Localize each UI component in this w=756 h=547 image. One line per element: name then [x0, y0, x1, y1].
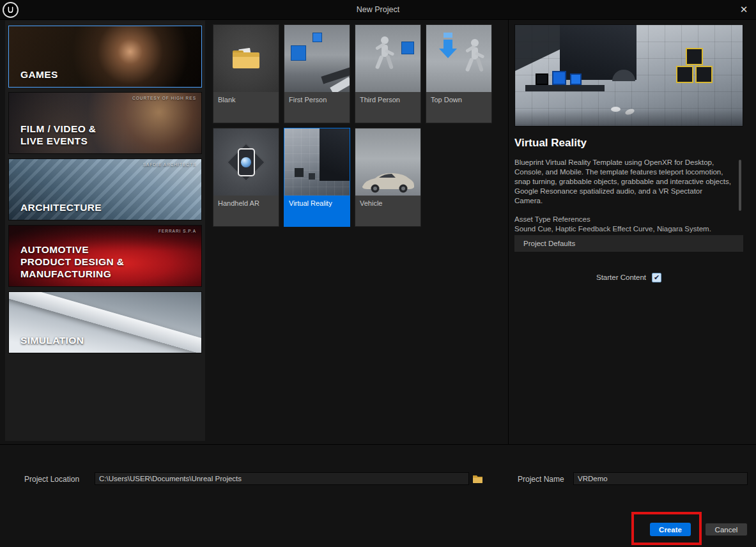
cube-shape	[536, 73, 548, 85]
template-preview-image	[514, 24, 743, 127]
yellow-edge-cube-shape	[695, 66, 713, 83]
template-label: Top Down	[426, 92, 491, 123]
blue-cube-shape	[552, 71, 566, 85]
template-grid: Blank First Person Third Person	[213, 24, 492, 227]
project-name-label: Project Name	[518, 475, 564, 484]
mannequin-figure	[372, 35, 397, 81]
template-description: Blueprint Virtual Reality Template using…	[514, 158, 732, 206]
project-defaults-header: Project Defaults	[514, 235, 743, 252]
check-icon: ✔	[654, 274, 660, 281]
detail-panel: Virtual Reality Blueprint Virtual Realit…	[509, 20, 756, 547]
blue-cube-shape	[312, 33, 322, 42]
cube-shape	[309, 173, 315, 180]
phone-icon	[238, 148, 255, 176]
template-card-first-person[interactable]: First Person	[284, 24, 350, 123]
scrollbar-thumb[interactable]	[739, 160, 741, 211]
template-card-third-person[interactable]: Third Person	[355, 24, 421, 123]
category-label: ARCHITECTURE	[20, 202, 102, 214]
category-label: FILM / VIDEO & LIVE EVENTS	[20, 123, 96, 148]
project-location-input[interactable]	[95, 472, 469, 485]
handheld-ar-thumbnail	[213, 128, 279, 196]
yellow-edge-cube-shape	[676, 66, 693, 83]
template-card-vehicle[interactable]: Vehicle	[355, 128, 421, 227]
template-label: Handheld AR	[213, 196, 279, 226]
floor-shadow-shape	[515, 109, 743, 126]
folder-icon	[231, 46, 261, 72]
yellow-edge-cube-shape	[686, 48, 703, 65]
create-button[interactable]: Create	[650, 523, 691, 536]
starter-content-label: Starter Content	[596, 274, 646, 281]
top-down-thumbnail	[426, 25, 491, 92]
cancel-button[interactable]: Cancel	[705, 523, 748, 536]
category-games[interactable]: GAMES	[8, 26, 202, 88]
blue-cube-shape	[570, 73, 582, 85]
asset-type-references-label: Asset Type References	[514, 215, 590, 223]
template-label: First Person	[284, 92, 350, 123]
category-film-video[interactable]: COURTESY OF HIGH RES FILM / VIDEO & LIVE…	[8, 92, 202, 154]
template-card-blank[interactable]: Blank	[213, 24, 279, 123]
blank-thumbnail	[213, 25, 279, 92]
category-panel: GAMES COURTESY OF HIGH RES FILM / VIDEO …	[5, 20, 205, 441]
title-bar: New Project ✕	[0, 0, 756, 20]
category-label: SIMULATION	[20, 335, 84, 347]
template-label: Blank	[213, 92, 279, 123]
sphere-shape	[241, 157, 251, 167]
starter-content-checkbox[interactable]: ✔	[652, 273, 661, 282]
vehicle-thumbnail	[355, 128, 420, 196]
car-shape	[360, 166, 416, 196]
project-name-input[interactable]	[573, 472, 748, 485]
template-label: Third Person	[355, 92, 420, 123]
down-arrow-icon	[444, 33, 452, 38]
category-label: AUTOMOTIVE PRODUCT DESIGN & MANUFACTURIN…	[20, 244, 124, 281]
template-title: Virtual Reality	[514, 137, 587, 150]
mannequin-figure	[462, 38, 488, 84]
third-person-thumbnail	[355, 25, 420, 92]
template-label: Virtual Reality	[284, 196, 350, 226]
project-location-label: Project Location	[24, 475, 79, 484]
category-credit: COURTESY OF HIGH RES	[132, 96, 196, 100]
horizontal-divider	[0, 444, 756, 445]
category-automotive[interactable]: FERRARI S.P.A AUTOMOTIVE PRODUCT DESIGN …	[8, 225, 202, 287]
window-title: New Project	[0, 0, 756, 20]
template-card-handheld-ar[interactable]: Handheld AR	[213, 128, 279, 227]
virtual-reality-thumbnail	[284, 128, 350, 196]
template-card-top-down[interactable]: Top Down	[426, 24, 492, 123]
table-shape	[525, 85, 605, 91]
cube-shape	[295, 168, 304, 177]
close-button[interactable]: ✕	[737, 1, 751, 18]
browse-folder-button[interactable]	[472, 473, 483, 484]
blue-cube-shape	[401, 42, 414, 54]
down-arrow-icon	[439, 49, 457, 58]
first-person-thumbnail	[284, 25, 350, 92]
template-card-virtual-reality[interactable]: Virtual Reality	[284, 128, 350, 227]
asset-type-references-value: Sound Cue, Haptic Feedback Effect Curve,…	[514, 225, 738, 233]
starter-content-row: Starter Content ✔	[514, 272, 743, 283]
folder-icon	[472, 474, 483, 483]
category-architecture[interactable]: SAFDIE ARCHITECTS ARCHITECTURE	[8, 158, 202, 220]
blue-cube-shape	[291, 45, 306, 61]
template-label: Vehicle	[355, 196, 420, 226]
down-arrow-icon	[444, 40, 452, 49]
category-label: GAMES	[20, 69, 58, 81]
category-simulation[interactable]: SIMULATION	[8, 291, 202, 353]
category-credit: FERRARI S.P.A	[158, 229, 196, 233]
category-credit: SAFDIE ARCHITECTS	[143, 162, 196, 167]
